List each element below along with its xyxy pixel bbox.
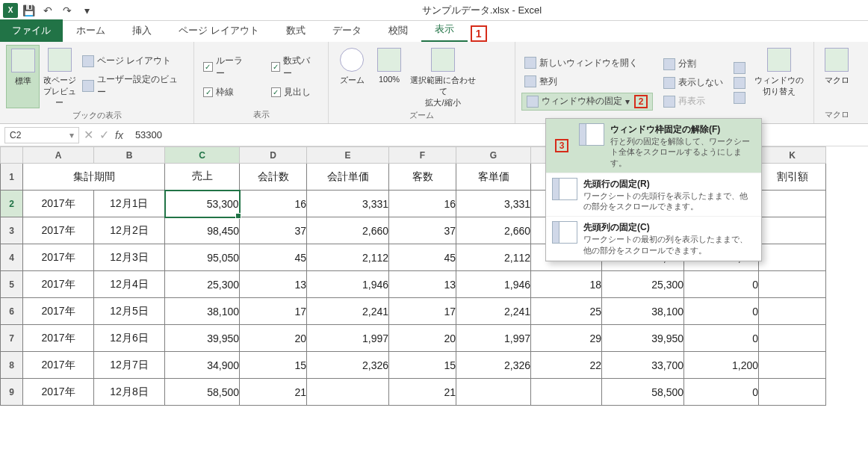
cell[interactable]: 2,241 <box>456 298 531 325</box>
row-header[interactable]: 5 <box>1 271 23 298</box>
row-header[interactable]: 8 <box>1 352 23 379</box>
cell[interactable] <box>759 271 826 298</box>
cell[interactable]: 15 <box>389 352 456 379</box>
enter-icon[interactable]: ✓ <box>99 128 109 142</box>
tab-view[interactable]: 表示 <box>421 18 468 42</box>
col-header[interactable]: A <box>23 147 94 164</box>
row-header[interactable]: 7 <box>1 325 23 352</box>
row-header[interactable]: 4 <box>1 244 23 271</box>
cell[interactable]: 2,660 <box>307 217 389 244</box>
normal-view-button[interactable]: 標準 <box>6 45 40 108</box>
cell[interactable]: 38,100 <box>602 298 684 325</box>
cell[interactable]: 39,950 <box>165 325 240 352</box>
freeze-panes-button[interactable]: ウィンドウ枠の固定 ▾ 2 <box>521 93 653 111</box>
cell[interactable]: 集計期間 <box>23 164 165 191</box>
cell[interactable]: 45 <box>240 244 307 271</box>
cell[interactable]: 0 <box>684 325 759 352</box>
redo-button[interactable]: ↷ <box>58 1 76 19</box>
cell[interactable]: 37 <box>240 217 307 244</box>
cell[interactable] <box>759 191 826 217</box>
cell[interactable]: 33,700 <box>602 352 684 379</box>
cell[interactable]: 2,112 <box>456 244 531 271</box>
split-button[interactable]: 分割 <box>660 56 726 72</box>
cell[interactable]: 12月8日 <box>94 379 165 406</box>
cell[interactable]: 21 <box>240 379 307 406</box>
gridlines-checkbox[interactable]: 枠線 <box>200 84 255 100</box>
row-header[interactable]: 9 <box>1 379 23 406</box>
cell[interactable]: 39,950 <box>602 325 684 352</box>
cell[interactable]: 0 <box>684 271 759 298</box>
unfreeze-panes-item[interactable]: 3 ウィンドウ枠固定の解除(F) 行と列の固定を解除して、ワークシート全体をスク… <box>546 119 761 173</box>
cell[interactable]: 12月5日 <box>94 298 165 325</box>
pagebreak-preview-button[interactable]: 改ページ プレビュー <box>43 45 76 108</box>
cell[interactable] <box>759 379 826 406</box>
cell[interactable]: 12月1日 <box>94 191 165 217</box>
cell[interactable]: 13 <box>240 271 307 298</box>
cell[interactable]: 2017年 <box>23 352 94 379</box>
cell[interactable]: 53,300 <box>165 191 240 217</box>
qat-customize-icon[interactable]: ▾ <box>78 1 96 19</box>
cell[interactable]: 37 <box>389 217 456 244</box>
col-header[interactable]: G <box>456 147 531 164</box>
cell[interactable]: 2017年 <box>23 217 94 244</box>
cell[interactable]: 12月4日 <box>94 271 165 298</box>
cell[interactable]: 3,331 <box>456 191 531 217</box>
cell[interactable]: 1,200 <box>684 352 759 379</box>
cell[interactable]: 16 <box>389 191 456 217</box>
cell[interactable] <box>307 379 389 406</box>
cell[interactable]: 15 <box>240 352 307 379</box>
tab-review[interactable]: 校閲 <box>375 19 421 42</box>
cell[interactable] <box>759 325 826 352</box>
tab-file[interactable]: ファイル <box>0 19 63 42</box>
cell[interactable]: 0 <box>684 298 759 325</box>
freeze-first-col-item[interactable]: 先頭列の固定(C) ワークシートの最初の列を表示したままで、他の部分をスクロール… <box>546 217 761 261</box>
cell[interactable]: 1,997 <box>307 325 389 352</box>
cell[interactable]: 98,450 <box>165 217 240 244</box>
zoom-100-button[interactable]: 100% <box>372 45 406 108</box>
cell[interactable]: 1,946 <box>307 271 389 298</box>
cell[interactable]: 20 <box>240 325 307 352</box>
row-header[interactable]: 2 <box>1 191 23 217</box>
compare-icon[interactable] <box>734 62 745 74</box>
ruler-checkbox[interactable]: ルーラー <box>200 53 255 81</box>
formulabar-checkbox[interactable]: 数式バー <box>268 53 323 81</box>
cell[interactable]: 38,100 <box>165 298 240 325</box>
freeze-top-row-item[interactable]: 先頭行の固定(R) ワークシートの先頭行を表示したままで、他の部分をスクロールで… <box>546 173 761 217</box>
cell[interactable]: 25,300 <box>602 271 684 298</box>
row-header[interactable]: 3 <box>1 217 23 244</box>
cell[interactable] <box>759 352 826 379</box>
cell[interactable]: 21 <box>389 379 456 406</box>
new-window-button[interactable]: 新しいウィンドウを開く <box>521 55 653 71</box>
cell[interactable]: 45 <box>389 244 456 271</box>
cell[interactable]: 割引額 <box>759 164 826 191</box>
cell[interactable]: 95,050 <box>165 244 240 271</box>
hide-button[interactable]: 表示しない <box>660 75 726 90</box>
select-all-corner[interactable] <box>1 147 23 164</box>
cell[interactable]: 12月6日 <box>94 325 165 352</box>
name-box[interactable]: C2 ▾ <box>4 127 79 143</box>
cell[interactable]: 2,241 <box>307 298 389 325</box>
arrange-button[interactable]: 整列 <box>521 74 653 90</box>
cell[interactable]: 25,300 <box>165 271 240 298</box>
cell[interactable]: 客数 <box>389 164 456 191</box>
cell[interactable]: 12月7日 <box>94 352 165 379</box>
cell[interactable]: 1,946 <box>456 271 531 298</box>
col-header[interactable]: D <box>240 147 307 164</box>
tab-home[interactable]: ホーム <box>63 19 119 42</box>
cell[interactable]: 13 <box>389 271 456 298</box>
cell[interactable]: 売上 <box>165 164 240 191</box>
cell[interactable]: 17 <box>240 298 307 325</box>
cell[interactable]: 25 <box>531 298 602 325</box>
cell[interactable]: 1,997 <box>456 325 531 352</box>
cell[interactable]: 12月2日 <box>94 217 165 244</box>
col-header[interactable]: E <box>307 147 389 164</box>
cell[interactable]: 3,331 <box>307 191 389 217</box>
row-header[interactable]: 1 <box>1 164 23 191</box>
undo-button[interactable]: ↶ <box>39 1 57 19</box>
zoom-selection-button[interactable]: 選択範囲に合わせて 拡大/縮小 <box>409 45 477 108</box>
cell[interactable]: 12月3日 <box>94 244 165 271</box>
cell[interactable]: 2017年 <box>23 325 94 352</box>
cell[interactable]: 2017年 <box>23 244 94 271</box>
cell[interactable]: 0 <box>684 379 759 406</box>
cell[interactable] <box>759 244 826 271</box>
